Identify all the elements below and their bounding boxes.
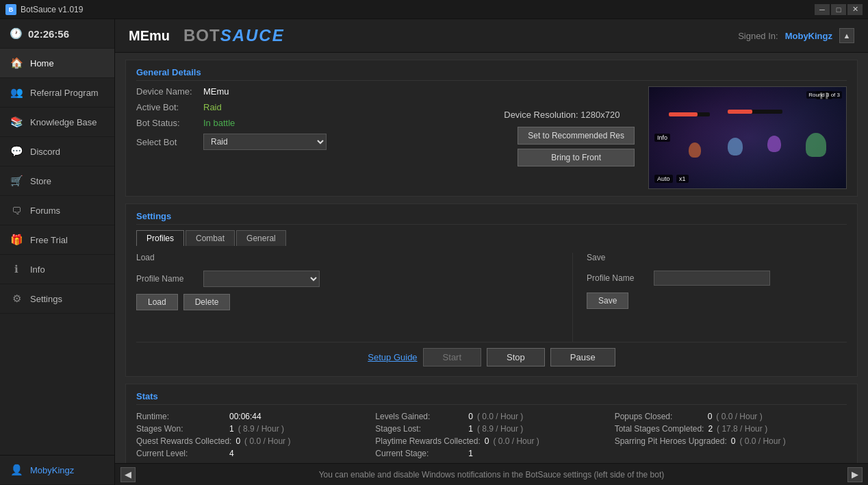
stat-levels-gained-rate: ( 0.0 / Hour ) [477, 412, 523, 421]
game-preview: ❚❚ Info Auto x1 Round 3 of 3 [648, 86, 847, 189]
stats-section: Stats Runtime: 00:06:44 Stages Won: 1 ( … [125, 384, 858, 463]
sidebar-label-knowledge: Knowledge Base [30, 117, 97, 127]
load-profile-row: Profile Name [136, 271, 559, 287]
tab-general[interactable]: General [236, 230, 286, 246]
save-button[interactable]: Save [587, 293, 628, 309]
game-scene: ❚❚ Info Auto x1 Round 3 of 3 [649, 87, 846, 188]
active-bot-value: Raid [203, 102, 222, 112]
sidebar-item-home[interactable]: 🏠 Home [0, 49, 114, 78]
stat-quest: Quest Rewards Collected: 0 ( 0.0 / Hour … [136, 435, 368, 447]
stats-col-3: Popups Closed: 0 ( 0.0 / Hour ) Total St… [615, 410, 847, 460]
bot-status-value: In battle [203, 118, 235, 128]
bottom-message: You can enable and disable Windows notif… [140, 470, 843, 480]
sidebar-label-forums: Forums [30, 206, 60, 216]
select-bot-label: Select Bot [136, 137, 198, 147]
sidebar-user-label: MobyKingz [30, 465, 74, 475]
sidebar-item-info[interactable]: ℹ Info [0, 255, 114, 284]
load-button[interactable]: Load [136, 294, 178, 310]
knowledge-icon: 📚 [10, 115, 23, 129]
nav-next-button[interactable]: ▶ [847, 467, 863, 482]
set-resolution-button[interactable]: Set to Recommended Res [518, 127, 635, 145]
info-icon: ℹ [10, 262, 23, 276]
sidebar-item-referral[interactable]: 👥 Referral Program [0, 78, 114, 108]
save-panel: Save Profile Name Save [573, 253, 847, 342]
action-bar: Setup Guide Start Stop Pause [136, 342, 847, 369]
device-name-value: MEmu [203, 86, 229, 97]
stat-levels-gained-label: Levels Gained: [375, 412, 464, 421]
collapse-button[interactable]: ▲ [839, 28, 854, 43]
stat-runtime-value: 00:06:44 [229, 412, 261, 421]
save-profile-label: Profile Name [587, 273, 648, 283]
pause-button[interactable]: Pause [550, 348, 615, 366]
load-panel: Load Profile Name Load Delete [136, 253, 573, 342]
main-content: MEmu BOT SAUCE Signed In: MobyKingz ▲ Ge… [115, 19, 868, 485]
signed-in-user: MobyKingz [785, 31, 832, 41]
select-bot-dropdown[interactable]: Raid Arena Tower Campaign [203, 134, 327, 150]
store-icon: 🛒 [10, 174, 23, 188]
minimize-button[interactable]: ─ [815, 4, 830, 15]
settings-icon: ⚙ [10, 292, 23, 306]
sidebar-label-settings: Settings [30, 294, 62, 304]
app-logo: BOT SAUCE [183, 26, 285, 45]
stat-sparring: Sparring Pit Heroes Upgraded: 0 ( 0.0 / … [615, 435, 847, 447]
sidebar-label-freetrial: Free Trial [30, 235, 68, 245]
stop-button[interactable]: Stop [487, 348, 545, 366]
save-profile-input[interactable] [654, 271, 770, 286]
load-title: Load [136, 253, 559, 262]
stat-total-stages: Total Stages Completed: 2 ( 17.8 / Hour … [615, 423, 847, 435]
tab-content: Load Profile Name Load Delete [136, 253, 847, 342]
details-grid: Device Name: MEmu Active Bot: Raid Bot S… [136, 86, 847, 189]
settings-section: Settings Profiles Combat General Load Pr… [125, 203, 858, 377]
stat-current-stage-value: 1 [468, 449, 473, 458]
stats-grid: Runtime: 00:06:44 Stages Won: 1 ( 8.9 / … [136, 410, 847, 460]
sidebar-item-settings[interactable]: ⚙ Settings [0, 284, 114, 314]
stat-playtime-label: Playtime Rewards Collected: [375, 436, 480, 446]
sidebar-item-freetrial[interactable]: 🎁 Free Trial [0, 225, 114, 255]
load-profile-select[interactable] [203, 271, 320, 287]
device-name-label: Device Name: [136, 86, 198, 97]
stat-stages-lost-rate: ( 8.9 / Hour ) [477, 424, 523, 434]
forums-icon: 🗨 [10, 203, 23, 217]
load-profile-label: Profile Name [136, 274, 198, 284]
sidebar-item-store[interactable]: 🛒 Store [0, 166, 114, 196]
general-details-header: General Details [136, 67, 847, 81]
game-round-badge: Round 3 of 3 [806, 91, 842, 99]
start-button[interactable]: Start [423, 348, 481, 366]
sidebar-item-user[interactable]: 👤 MobyKingz [0, 455, 114, 485]
settings-header: Settings [136, 211, 847, 225]
bring-to-front-button[interactable]: Bring to Front [518, 149, 635, 166]
load-buttons-row: Load Delete [136, 294, 559, 310]
tab-profiles[interactable]: Profiles [136, 230, 184, 246]
setup-guide-button[interactable]: Setup Guide [368, 352, 417, 362]
stat-stages-lost-label: Stages Lost: [375, 424, 464, 434]
sidebar-item-knowledge[interactable]: 📚 Knowledge Base [0, 108, 114, 137]
stat-level: Current Level: 4 [136, 447, 368, 460]
sidebar-item-forums[interactable]: 🗨 Forums [0, 196, 114, 225]
stats-col-2: Levels Gained: 0 ( 0.0 / Hour ) Stages L… [375, 410, 607, 460]
select-bot-row: Select Bot Raid Arena Tower Campaign [136, 134, 490, 150]
logo-sauce: SAUCE [220, 26, 285, 45]
stat-total-stages-value: 2 [708, 424, 713, 434]
clock-icon: 🕐 [10, 27, 23, 40]
game-canvas: ❚❚ Info Auto x1 Round 3 of 3 [649, 87, 846, 188]
sidebar-label-info: Info [30, 264, 45, 275]
game-info-badge: Info [654, 134, 670, 142]
tab-combat[interactable]: Combat [186, 230, 235, 246]
nav-prev-button[interactable]: ◀ [120, 467, 136, 482]
maximize-button[interactable]: □ [831, 4, 846, 15]
stat-playtime-value: 0 [485, 436, 489, 446]
stat-current-stage-label: Current Stage: [375, 449, 464, 458]
header-left: MEmu BOT SAUCE [129, 26, 285, 45]
delete-button[interactable]: Delete [183, 294, 231, 310]
stat-playtime: Playtime Rewards Collected: 0 ( 0.0 / Ho… [375, 435, 607, 447]
save-title: Save [587, 253, 847, 262]
close-button[interactable]: ✕ [847, 4, 863, 15]
clock-value: 02:26:56 [28, 28, 69, 40]
device-name-row: Device Name: MEmu [136, 86, 490, 97]
home-icon: 🏠 [10, 56, 23, 70]
sidebar-item-discord[interactable]: 💬 Discord [0, 137, 114, 166]
save-button-row: Save [587, 293, 847, 309]
sidebar-label-store: Store [30, 176, 51, 186]
discord-icon: 💬 [10, 145, 23, 158]
bot-status-row: Bot Status: In battle [136, 118, 490, 128]
